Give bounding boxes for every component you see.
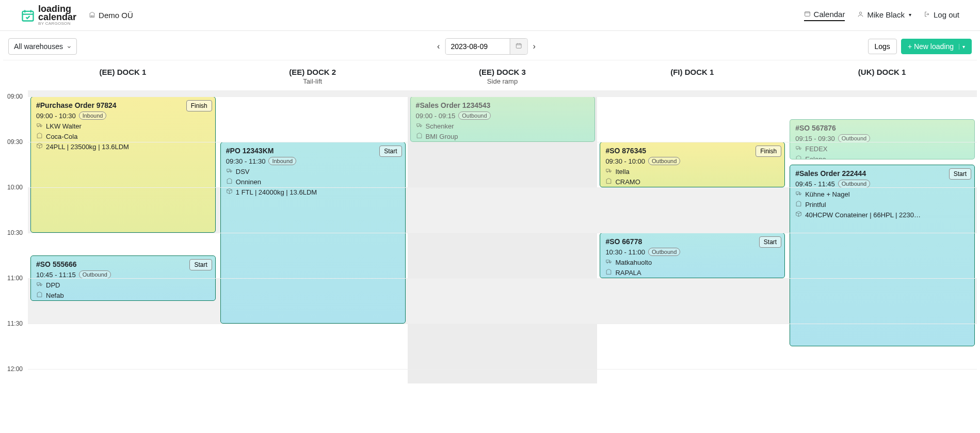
date-picker-button[interactable] (509, 39, 527, 54)
event-time: 09:00 - 10:30 (36, 112, 76, 120)
direction-badge: Outbound (458, 111, 490, 120)
event-carrier-row: DSV (226, 167, 400, 175)
event-carrier: Itella (615, 168, 629, 175)
logout-label: Log out (934, 10, 959, 19)
dock-name: (UK) DOCK 1 (789, 68, 975, 76)
start-button[interactable]: Start (189, 259, 212, 270)
start-button[interactable]: Start (949, 168, 971, 180)
event-carrier-row: LKW Walter (36, 122, 210, 130)
event-cargo: 24PLL | 23500kg | 13.6LDM (46, 143, 129, 151)
event-carrier: DSV (236, 168, 250, 175)
dock-name: (EE) DOCK 1 (30, 68, 216, 76)
event-title: #SO 876345 (605, 147, 779, 155)
svg-point-19 (800, 194, 801, 195)
dock-subtitle: Tail-lift (220, 77, 406, 85)
start-button[interactable]: Start (759, 236, 781, 248)
event-company: RAPALA (615, 269, 641, 277)
event-carrier-row: DPD (36, 281, 210, 289)
building-icon (605, 178, 612, 186)
event-title: #SO 555666 (36, 260, 210, 268)
nav-calendar[interactable]: Calendar (804, 10, 845, 21)
direction-badge: Outbound (648, 248, 680, 256)
event-company-row: CRAMO (605, 178, 779, 186)
truck-icon (36, 122, 43, 130)
loading-event[interactable]: #SO 56787609:15 - 09:30OutboundFEDEXEola… (790, 119, 975, 159)
dock-column[interactable]: #PO 12343KM09:30 - 11:30InboundDSVOnnine… (218, 90, 408, 383)
date-input[interactable] (445, 39, 509, 54)
loading-event[interactable]: #Sales Order 123454309:00 - 09:15Outboun… (410, 97, 596, 142)
truck-icon (416, 122, 423, 130)
event-time: 09:45 - 11:45 (795, 180, 835, 188)
direction-badge: Inbound (268, 157, 296, 165)
svg-point-2 (860, 12, 862, 14)
time-label: 10:30 (3, 229, 26, 236)
event-time: 09:30 - 11:30 (226, 157, 266, 165)
calendar-grid: 09:0009:3010:0010:3011:0011:3012:00 #Pur… (28, 90, 977, 383)
event-title: #Sales Order 222444 (795, 169, 969, 178)
calendar-logo-icon (21, 8, 35, 23)
dock-name: (EE) DOCK 2 (220, 68, 406, 76)
svg-point-6 (38, 285, 39, 286)
finish-button[interactable]: Finish (186, 100, 212, 111)
event-time-row: 09:00 - 10:30Inbound (36, 111, 210, 120)
truck-icon (226, 167, 233, 175)
warehouse-filter[interactable]: All warehouses (8, 38, 77, 55)
dock-header: (EE) DOCK 2Tail-lift (218, 60, 408, 90)
app-header: loadingcalendar BY CARGOSON Demo OÜ Cale… (0, 0, 980, 31)
event-carrier-row: FEDEX (795, 145, 969, 153)
loading-event[interactable]: #Sales Order 22244409:45 - 11:45Outbound… (790, 165, 975, 346)
calendar-icon (804, 10, 811, 19)
next-day-button[interactable]: › (527, 39, 540, 54)
event-company: Onninen (236, 178, 261, 186)
svg-point-8 (228, 171, 229, 172)
building-icon (36, 132, 43, 140)
prev-day-button[interactable]: ‹ (432, 39, 445, 54)
user-icon (857, 10, 864, 19)
loading-event[interactable]: #SO 87634509:30 - 10:00OutboundItellaCRA… (600, 142, 785, 187)
event-company-row: Nefab (36, 291, 210, 299)
event-company: CRAMO (615, 178, 640, 186)
event-time: 10:45 - 11:15 (36, 271, 76, 279)
loading-event[interactable]: #SO 6677810:30 - 11:00OutboundMatkahuolt… (600, 233, 785, 278)
warehouse-filter-value: All warehouses (14, 42, 63, 51)
dock-name: (EE) DOCK 3 (410, 68, 596, 76)
time-label: 09:00 (3, 93, 26, 100)
user-menu[interactable]: Mike Black ▾ (857, 10, 911, 21)
event-company-row: BMI Group (416, 132, 590, 140)
new-loading-button[interactable]: + New loading ▾ (901, 39, 972, 54)
building-icon (605, 268, 612, 277)
company-selector[interactable]: Demo OÜ (89, 11, 133, 20)
logo[interactable]: loadingcalendar BY CARGOSON (21, 5, 76, 26)
chevron-down-icon: ▾ (959, 44, 965, 50)
dock-column[interactable]: #Purchase Order 9782409:00 - 10:30Inboun… (28, 90, 218, 383)
event-carrier-row: Itella (605, 167, 779, 175)
event-time-row: 09:45 - 11:45Outbound (795, 180, 969, 188)
svg-rect-3 (516, 44, 521, 49)
dock-column[interactable]: #SO 87634509:30 - 10:00OutboundItellaCRA… (597, 90, 787, 383)
event-company: Coca-Cola (46, 133, 77, 140)
loading-event[interactable]: #Purchase Order 9782409:00 - 10:30Inboun… (30, 97, 216, 233)
loading-event[interactable]: #SO 55566610:45 - 11:15OutboundDPDNefab6… (30, 255, 216, 301)
loading-event[interactable]: #PO 12343KM09:30 - 11:30InboundDSVOnnine… (220, 142, 406, 324)
svg-point-9 (230, 171, 231, 172)
event-title: #SO 66778 (605, 237, 779, 246)
box-icon (795, 211, 802, 219)
event-time-row: 09:30 - 11:30Inbound (226, 157, 400, 165)
finish-button[interactable]: Finish (756, 146, 781, 157)
logs-button[interactable]: Logs (868, 39, 897, 54)
dock-column[interactable]: #SO 56787609:15 - 09:30OutboundFEDEXEola… (787, 90, 977, 383)
logout-link[interactable]: Log out (924, 10, 959, 21)
svg-rect-0 (23, 11, 34, 21)
event-time-row: 09:15 - 09:30Outbound (795, 134, 969, 142)
time-label: 10:00 (3, 184, 26, 191)
dock-column[interactable]: #Sales Order 123454309:00 - 09:15Outboun… (408, 90, 598, 383)
truck-icon (605, 167, 612, 175)
logs-label: Logs (875, 42, 890, 51)
event-company-row: Eolane (795, 155, 969, 159)
calendar-icon (515, 42, 522, 51)
direction-badge: Outbound (838, 134, 870, 142)
svg-point-18 (797, 194, 798, 195)
start-button[interactable]: Start (379, 146, 401, 157)
direction-badge: Outbound (648, 157, 680, 165)
event-cargo-row: 40HCPW Conateiner | 66HPL | 2230… (795, 211, 969, 219)
